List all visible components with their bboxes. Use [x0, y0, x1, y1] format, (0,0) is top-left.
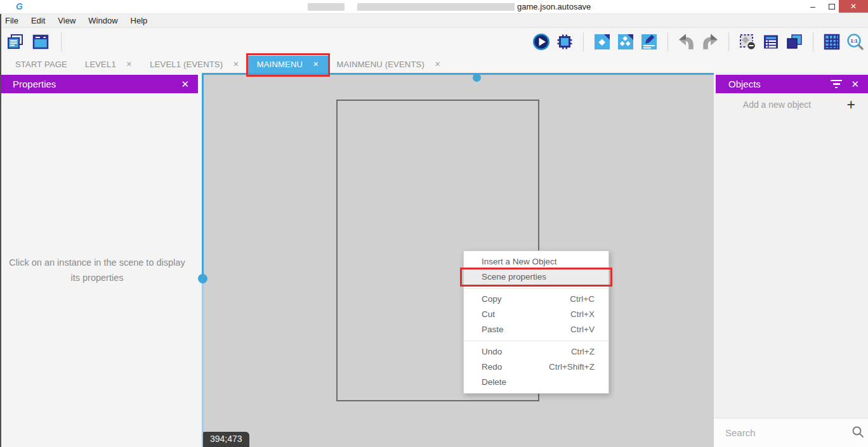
toolbar: 1:1: [0, 28, 868, 56]
context-menu-label: Cut: [482, 307, 570, 322]
window-edge: [0, 14, 1, 447]
toolbar-separator: [583, 32, 584, 51]
redacted-path-segment: [308, 3, 345, 11]
object-search-bar: [714, 418, 868, 447]
context-menu-item-cut[interactable]: Cut Ctrl+X: [464, 307, 608, 322]
tab-label: START PAGE: [15, 60, 67, 69]
objects-panel: Objects ✕ Add a new object +: [714, 73, 868, 447]
context-menu-item-delete[interactable]: Delete: [464, 375, 608, 390]
main-area: Properties ✕ Click on an instance in the…: [0, 73, 868, 447]
start-page-icon[interactable]: [32, 33, 49, 51]
context-menu-item-scene-properties[interactable]: Scene properties: [464, 269, 608, 285]
close-tab-icon[interactable]: ✕: [313, 60, 319, 68]
context-menu-separator: [464, 288, 608, 288]
tab-label: LEVEL1 (EVENTS): [150, 60, 223, 69]
menu-help[interactable]: Help: [124, 16, 154, 25]
mask-icon[interactable]: [739, 33, 756, 51]
close-tab-icon[interactable]: ✕: [126, 60, 132, 68]
context-menu-separator: [464, 340, 608, 341]
horizontal-scrollbar-thumb[interactable]: [473, 74, 481, 82]
close-tab-icon[interactable]: ✕: [233, 60, 239, 68]
debug-icon[interactable]: [556, 33, 574, 51]
menu-bar: File Edit View Window Help: [0, 14, 868, 28]
horizontal-scrollbar[interactable]: [202, 73, 714, 75]
toolbar-separator: [61, 32, 62, 51]
add-object-icon[interactable]: [593, 33, 611, 51]
window-title: game.json.autosave: [517, 2, 591, 11]
context-menu-label: Delete: [482, 375, 595, 390]
tab-label: MAINMENU (EVENTS): [337, 60, 424, 69]
menu-window[interactable]: Window: [82, 16, 124, 25]
cursor-coordinates-badge: 394;473: [203, 432, 249, 447]
objects-panel-header: Objects ✕: [716, 75, 868, 93]
context-menu-item-undo[interactable]: Undo Ctrl+Z: [464, 344, 608, 360]
tab-mainmenu[interactable]: MAINMENU ✕: [248, 56, 328, 73]
scene-tab-bar: START PAGE LEVEL1 ✕ LEVEL1 (EVENTS) ✕ MA…: [0, 56, 868, 73]
context-menu-shortcut: Ctrl+V: [570, 322, 595, 337]
add-object-row: Add a new object +: [714, 94, 868, 116]
tab-label: LEVEL1: [85, 60, 116, 69]
context-menu-shortcut: Ctrl+C: [570, 292, 595, 307]
zoom-ratio-label: 1:1: [850, 38, 858, 44]
properties-panel-title: Properties: [13, 79, 181, 89]
add-object-group-icon[interactable]: [617, 33, 635, 51]
close-panel-icon[interactable]: ✕: [851, 79, 859, 90]
search-input[interactable]: [714, 427, 852, 438]
tab-start-page[interactable]: START PAGE: [6, 56, 76, 73]
vertical-scrollbar[interactable]: [202, 279, 204, 447]
tab-level1[interactable]: LEVEL1 ✕: [76, 56, 141, 73]
context-menu: Insert a New Object Scene properties Cop…: [463, 250, 609, 394]
title-bar: G game.json.autosave – ✕: [0, 0, 868, 14]
redacted-path-segment: [357, 3, 515, 11]
vertical-scrollbar-thumb[interactable]: [198, 274, 207, 283]
vertical-scrollbar[interactable]: [202, 73, 204, 279]
context-menu-item-paste[interactable]: Paste Ctrl+V: [464, 322, 608, 337]
redo-icon[interactable]: [701, 33, 719, 51]
context-menu-item-insert-new-object[interactable]: Insert a New Object: [464, 254, 608, 269]
gdevelop-window: G game.json.autosave – ✕ File Edit View …: [0, 0, 868, 447]
layers-icon[interactable]: [786, 33, 803, 51]
objects-panel-title: Objects: [728, 79, 822, 89]
context-menu-label: Scene properties: [482, 269, 595, 285]
add-object-button[interactable]: +: [847, 96, 855, 113]
context-menu-shortcut: Ctrl+Z: [571, 344, 595, 360]
zoom-1-1-icon[interactable]: 1:1: [846, 33, 864, 51]
context-menu-shortcut: Ctrl+Shift+Z: [549, 360, 595, 375]
tab-level1-events[interactable]: LEVEL1 (EVENTS) ✕: [141, 56, 247, 73]
search-icon[interactable]: [852, 425, 864, 441]
context-menu-item-copy[interactable]: Copy Ctrl+C: [464, 292, 608, 307]
add-object-label: Add a new object: [714, 100, 840, 110]
toolbar-separator: [728, 32, 729, 51]
context-menu-label: Paste: [482, 322, 570, 337]
properties-empty-message: Click on an instance in the scene to dis…: [9, 256, 185, 286]
filter-icon[interactable]: [831, 80, 842, 89]
context-menu-shortcut: Ctrl+X: [570, 307, 595, 322]
close-panel-icon[interactable]: ✕: [181, 79, 189, 90]
context-menu-label: Insert a New Object: [482, 254, 595, 269]
tab-mainmenu-events[interactable]: MAINMENU (EVENTS) ✕: [328, 56, 450, 73]
minimize-button[interactable]: –: [803, 0, 822, 13]
close-tab-icon[interactable]: ✕: [435, 60, 440, 68]
project-manager-icon[interactable]: [6, 33, 24, 51]
tab-label: MAINMENU: [257, 60, 303, 69]
properties-panel: Properties ✕ Click on an instance in the…: [0, 73, 202, 447]
context-menu-item-redo[interactable]: Redo Ctrl+Shift+Z: [464, 360, 608, 375]
context-menu-label: Redo: [482, 360, 549, 375]
menu-edit[interactable]: Edit: [25, 16, 51, 25]
scene-canvas[interactable]: 394;473 Insert a New Object Scene proper…: [202, 73, 714, 447]
context-menu-label: Copy: [482, 292, 570, 307]
restore-icon: [829, 4, 835, 10]
context-menu-label: Undo: [482, 344, 571, 360]
undo-icon[interactable]: [678, 33, 695, 51]
close-button[interactable]: ✕: [839, 0, 868, 13]
menu-file[interactable]: File: [5, 16, 25, 25]
grid-icon[interactable]: [823, 33, 841, 51]
toolbar-separator: [667, 32, 668, 51]
gdevelop-logo-icon: G: [16, 1, 23, 11]
instances-list-icon[interactable]: [762, 33, 780, 51]
properties-panel-header: Properties ✕: [0, 75, 198, 93]
play-icon[interactable]: [532, 33, 550, 51]
menu-view[interactable]: View: [51, 16, 82, 25]
edit-scene-properties-icon[interactable]: [640, 33, 658, 51]
toolbar-separator: [813, 32, 813, 51]
